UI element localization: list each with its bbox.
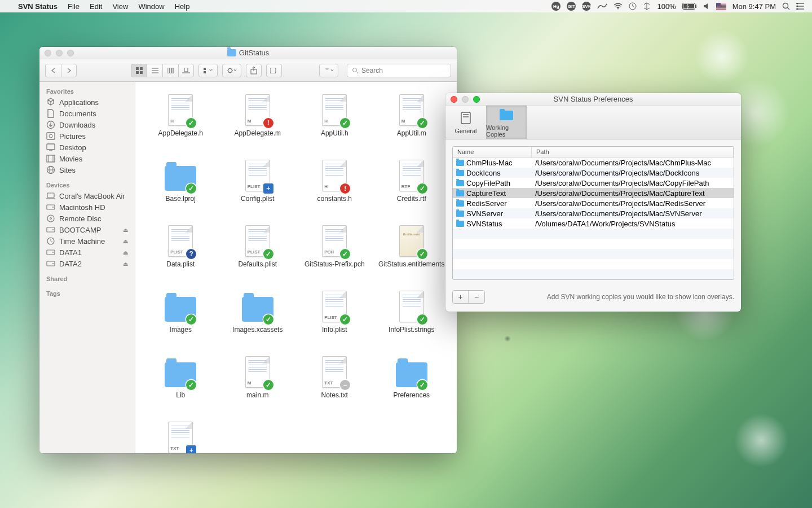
notification-center-icon[interactable] — [796, 3, 804, 10]
battery-icon[interactable] — [682, 3, 697, 10]
file-item[interactable]: MAppDelegate.m — [219, 93, 297, 155]
table-row[interactable]: SVNServer/Users/coralw/Documents/Project… — [453, 208, 734, 218]
view-list-button[interactable] — [147, 64, 162, 77]
menubar-clock[interactable]: Mon 9:47 PM — [732, 2, 776, 11]
file-item[interactable]: RTFCredits.rtf — [373, 159, 451, 221]
spotlight-icon[interactable] — [782, 2, 790, 10]
sidebar-item-coral-s-macbook-air[interactable]: Coral's MacBook Air — [39, 190, 135, 202]
maximize-button[interactable] — [473, 96, 480, 103]
search-field[interactable] — [347, 64, 451, 77]
svg-rect-42 — [47, 144, 55, 150]
minimize-button[interactable] — [462, 96, 469, 103]
arrange-button[interactable] — [198, 64, 218, 77]
file-item[interactable]: Hconstants.h — [296, 159, 373, 221]
menu-file[interactable]: File — [68, 2, 80, 11]
table-row[interactable]: DockIcons/Users/coralw/Documents/Project… — [453, 168, 734, 178]
sidebar-heading-favorites: Favorites — [39, 86, 135, 97]
search-input[interactable] — [361, 67, 446, 75]
view-icon-button[interactable] — [131, 64, 147, 77]
menu-help[interactable]: Help — [175, 2, 190, 11]
eject-icon[interactable]: ⏏ — [123, 249, 128, 256]
svg-point-41 — [49, 134, 52, 138]
file-item[interactable]: Images.xcassets — [219, 290, 297, 352]
sidebar-item-movies[interactable]: Movies — [39, 153, 135, 164]
file-item[interactable]: Base.lproj — [142, 159, 219, 221]
sidebar-item-downloads[interactable]: Downloads — [39, 119, 135, 130]
file-item[interactable]: HAppDelegate.h — [142, 93, 219, 155]
file-item[interactable]: PLISTData.plist — [142, 224, 219, 286]
sidebar-item-remote-disc[interactable]: Remote Disc — [39, 213, 135, 224]
menu-edit[interactable]: Edit — [90, 2, 102, 11]
menu-view[interactable]: View — [112, 2, 128, 11]
forward-button[interactable] — [61, 64, 77, 77]
menuextra2-icon[interactable] — [643, 2, 651, 10]
close-button[interactable] — [451, 96, 457, 103]
menuextra-icon[interactable] — [597, 3, 607, 10]
git-status-icon[interactable]: GIT — [567, 2, 576, 11]
volume-icon[interactable] — [703, 3, 710, 10]
sidebar-item-applications[interactable]: Applications — [39, 97, 135, 108]
sidebar-item-sites[interactable]: Sites — [39, 164, 135, 176]
tab-working-copies[interactable]: Working Copies — [486, 106, 527, 139]
file-item[interactable]: Mmain.m — [219, 355, 297, 417]
finder-titlebar[interactable]: GitStatus — [39, 47, 457, 59]
file-name: Data.plist — [166, 260, 195, 268]
menu-window[interactable]: Window — [138, 2, 164, 11]
sidebar-item-data2[interactable]: DATA2⏏ — [39, 258, 135, 269]
sidebar-item-documents[interactable]: Documents — [39, 108, 135, 119]
file-item[interactable]: PCHGitStatus-Prefix.pch — [296, 224, 373, 286]
sidebar-item-macintosh-hd[interactable]: Macintosh HD — [39, 202, 135, 213]
file-item[interactable]: TXTREADME.txt — [142, 421, 219, 453]
table-row[interactable]: CopyFilePath/Users/coralw/Documents/Proj… — [453, 178, 734, 188]
file-item[interactable]: PLISTDefaults.plist — [219, 224, 297, 286]
back-button[interactable] — [45, 64, 61, 77]
eject-icon[interactable]: ⏏ — [123, 227, 128, 233]
table-row[interactable]: SVNStatus/Volumes/DATA1/Work/Projects/SV… — [453, 218, 734, 229]
file-item[interactable]: Images — [142, 290, 219, 352]
file-item[interactable]: PLISTInfo.plist — [296, 290, 373, 352]
table-row-empty — [453, 229, 734, 239]
view-coverflow-button[interactable] — [178, 64, 194, 77]
file-item[interactable]: TXTNotes.txt — [296, 355, 373, 417]
maximize-button[interactable] — [67, 50, 74, 56]
file-item[interactable]: InfoPlist.strings — [373, 290, 451, 352]
hg-status-icon[interactable]: Hg — [551, 2, 561, 11]
dropbox-button[interactable] — [319, 64, 338, 77]
sidebar-item-desktop[interactable]: Desktop — [39, 142, 135, 153]
svn-status-icon[interactable]: SVN — [582, 2, 591, 11]
close-button[interactable] — [45, 50, 51, 56]
remove-button[interactable]: − — [469, 291, 484, 303]
eject-icon[interactable]: ⏏ — [123, 261, 128, 267]
file-item[interactable]: Lib — [142, 355, 219, 417]
column-header-name[interactable]: Name — [453, 147, 532, 157]
sidebar-item-bootcamp[interactable]: BOOTCAMP⏏ — [39, 224, 135, 235]
table-row[interactable]: ChmPlus-Mac/Users/coralw/Documents/Proje… — [453, 157, 734, 168]
tags-button[interactable] — [266, 64, 282, 77]
prefs-titlebar[interactable]: SVN Status Preferences — [445, 93, 741, 106]
table-row[interactable]: CaptureText/Users/coralw/Documents/Proje… — [453, 188, 734, 198]
finder-toolbar — [39, 59, 457, 82]
column-header-path[interactable]: Path — [532, 147, 734, 157]
share-button[interactable] — [246, 64, 262, 77]
table-row[interactable]: RedisServer/Users/coralw/Documents/Proje… — [453, 198, 734, 208]
sidebar-item-data1[interactable]: DATA1⏏ — [39, 247, 135, 258]
sidebar-item-pictures[interactable]: Pictures — [39, 130, 135, 142]
svg-point-53 — [52, 207, 54, 208]
svg-rect-20 — [136, 67, 139, 70]
clock-icon[interactable] — [629, 2, 637, 10]
tab-general[interactable]: General — [445, 106, 486, 139]
add-button[interactable]: + — [453, 291, 469, 303]
flag-icon[interactable] — [716, 3, 726, 10]
sidebar-item-time-machine[interactable]: Time Machine⏏ — [39, 235, 135, 247]
view-column-button[interactable] — [162, 64, 178, 77]
file-item[interactable]: Preferences — [373, 355, 451, 417]
eject-icon[interactable]: ⏏ — [123, 238, 128, 244]
file-item[interactable]: HAppUtil.h — [296, 93, 373, 155]
file-item[interactable]: PLISTConfig.plist — [219, 159, 297, 221]
action-button[interactable] — [222, 64, 241, 77]
wifi-icon[interactable] — [614, 3, 623, 10]
minimize-button[interactable] — [56, 50, 63, 56]
file-item[interactable]: EntitlementGitStatus.entitlements — [373, 224, 451, 286]
file-item[interactable]: MAppUtil.m — [373, 93, 451, 155]
app-menu[interactable]: SVN Status — [18, 2, 58, 11]
